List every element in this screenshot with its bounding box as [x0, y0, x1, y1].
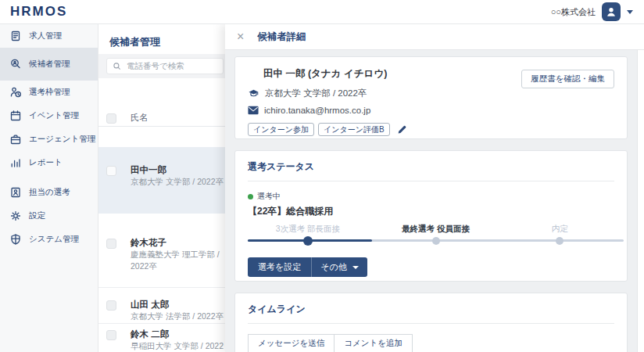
candidate-row[interactable]: 山田 太郎京都大学 法学部 / 2022卒 [98, 288, 225, 324]
candidate-tag: インターン参加 [248, 123, 314, 136]
candidate-tag: インターン評価B [318, 123, 390, 136]
briefcase-icon [9, 133, 22, 145]
step-label: 最終選考 役員面接 [402, 224, 470, 235]
sidebar-item-candidates[interactable]: 候補者管理 [0, 48, 98, 81]
row-text: 山田 太郎京都大学 法学部 / 2022卒 [131, 299, 225, 322]
user-avatar[interactable] [602, 2, 621, 21]
sidebar-item-settings[interactable]: 設定 [0, 204, 98, 228]
job-document-icon [9, 30, 22, 42]
selection-status-card: 選考ステータス 選考中 【22卒】総合職採用 3次選考 部長面接最終選考 役員面… [234, 150, 628, 282]
step-label: 内定 [552, 224, 568, 235]
row-checkbox[interactable] [106, 166, 116, 176]
account-caret-icon[interactable] [627, 10, 633, 14]
close-icon[interactable]: × [237, 31, 244, 43]
name-column-header: 氏名 [131, 112, 148, 124]
row-candidate-school: 慶應義塾大学 理工学部 / 2022卒 [131, 249, 225, 272]
row-text: 鈴木 二郎早稲田大学 文学部 / 2022卒 [131, 329, 225, 352]
sidebar-item-jobs[interactable]: 求人管理 [0, 24, 98, 48]
add-comment-tab[interactable]: コメントを追加 [334, 334, 413, 352]
candidate-list-panel: 候補者管理 電話番号で検索 検索 氏名 田中一郎京都大学 文学部 / 2022卒… [98, 24, 225, 352]
envelope-icon [248, 106, 259, 115]
sidebar-item-label: 担当の選考 [29, 187, 70, 198]
step-label: 3次選考 部長面接 [276, 224, 340, 235]
candidate-detail-drawer: × 候補者詳細 田中 一郎 (タナカ イチロウ) 京都大学 文学部 / 2022… [225, 24, 644, 352]
sidebar-item-reports[interactable]: レポート [0, 151, 98, 174]
calendar-icon [9, 110, 22, 122]
status-dot-icon [248, 194, 253, 199]
graduation-cap-icon [248, 88, 259, 99]
more-caret-icon [352, 266, 359, 269]
candidate-summary-card: 田中 一郎 (タナカ イチロウ) 京都大学 文学部 / 2022卒 [234, 56, 628, 139]
gear-icon [9, 210, 22, 222]
candidate-row[interactable]: 鈴木花子慶應義塾大学 理工学部 / 2022卒 [98, 214, 225, 288]
list-spacer [98, 78, 225, 110]
sidebar-item-events[interactable]: イベント管理 [0, 104, 98, 128]
row-checkbox[interactable] [106, 239, 116, 249]
more-actions-label: その他 [320, 261, 347, 273]
candidate-list-title: 候補者管理 [98, 24, 225, 54]
hrmos-app: HRMOS ○○株式会社 求人管理候補者管理選考枠管理イベント管理エージェント管… [0, 0, 644, 352]
sidebar-item-label: レポート [29, 157, 63, 168]
drawer-title: 候補者詳細 [257, 31, 306, 44]
row-candidate-name: 鈴木 二郎 [131, 329, 225, 340]
bar-chart-icon [9, 156, 22, 169]
sidebar-item-label: エージェント管理 [29, 134, 95, 145]
sidebar-item-label: イベント管理 [29, 110, 79, 121]
person-clock-icon [9, 86, 22, 99]
status-badge-label: 選考中 [257, 191, 281, 202]
sidebar-item-my-selections[interactable]: 担当の選考 [0, 181, 98, 204]
timeline-tabs: メッセージを送信コメントを追加 [248, 334, 413, 352]
sidebar-item-label: システム管理 [29, 234, 79, 245]
more-actions-button[interactable]: その他 [311, 257, 367, 277]
topbar: HRMOS ○○株式会社 [0, 0, 644, 24]
tag-list: インターン参加インターン評価B [248, 123, 614, 136]
row-checkbox[interactable] [106, 300, 116, 311]
email-row: ichiro.tanaka@hrmos.co.jp [248, 106, 614, 115]
list-header-row: 氏名 [98, 110, 225, 127]
edit-tags-pencil-icon[interactable] [397, 124, 407, 135]
candidate-row[interactable]: 田中一郎京都大学 文学部 / 2022卒 [98, 147, 225, 214]
timeline-card: タイムライン メッセージを送信コメントを追加 [234, 293, 628, 352]
status-badge: 選考中 [248, 191, 614, 202]
document-person-icon [9, 186, 22, 199]
selection-actions: 選考を設定 その他 [248, 257, 367, 277]
timeline-title: タイムライン [248, 303, 614, 324]
phone-search-input[interactable]: 電話番号で検索 [106, 58, 224, 74]
row-text: 鈴木花子慶應義塾大学 理工学部 / 2022卒 [131, 237, 225, 272]
step-dot [303, 236, 313, 246]
person-icon [604, 5, 618, 19]
set-selection-button[interactable]: 選考を設定 [248, 257, 311, 277]
drawer-body: 田中 一郎 (タナカ イチロウ) 京都大学 文学部 / 2022卒 [225, 50, 644, 352]
sidebar-item-selection-slots[interactable]: 選考枠管理 [0, 81, 98, 104]
company-name: ○○株式会社 [551, 6, 596, 18]
sidebar-item-label: 選考枠管理 [29, 87, 70, 98]
selection-stepper: 3次選考 部長面接最終選考 役員面接内定 [248, 224, 624, 246]
search-placeholder: 電話番号で検索 [127, 61, 184, 72]
drawer-scrollbar[interactable] [637, 50, 644, 352]
main-area: 求人管理候補者管理選考枠管理イベント管理エージェント管理レポート担当の選考設定シ… [0, 24, 644, 352]
hrmos-logo: HRMOS [10, 4, 67, 20]
resume-check-edit-button[interactable]: 履歴書を確認・編集 [521, 70, 614, 88]
candidate-row[interactable]: 鈴木 二郎早稲田大学 文学部 / 2022卒 [98, 324, 225, 352]
row-candidate-school: 京都大学 文学部 / 2022卒 [131, 176, 225, 188]
selection-status-title: 選考ステータス [248, 160, 614, 181]
education-row: 京都大学 文学部 / 2022卒 [248, 88, 614, 99]
row-candidate-school: 早稲田大学 文学部 / 2022卒 [131, 340, 225, 352]
shield-icon [9, 233, 22, 246]
sidebar: 求人管理候補者管理選考枠管理イベント管理エージェント管理レポート担当の選考設定シ… [0, 24, 98, 352]
sidebar-item-system[interactable]: システム管理 [0, 228, 98, 251]
select-all-checkbox[interactable] [106, 113, 116, 124]
sidebar-item-label: 候補者管理 [29, 59, 70, 70]
step-dot [432, 237, 440, 245]
row-checkbox[interactable] [106, 330, 116, 340]
search-icon [113, 62, 122, 71]
topbar-account[interactable]: ○○株式会社 [551, 2, 644, 21]
row-candidate-name: 鈴木花子 [131, 237, 225, 249]
candidate-education: 京都大学 文学部 / 2022卒 [265, 88, 367, 99]
candidate-search-icon [9, 58, 22, 70]
sidebar-item-agents[interactable]: エージェント管理 [0, 128, 98, 151]
send-message-tab[interactable]: メッセージを送信 [248, 334, 335, 352]
job-title: 【22卒】総合職採用 [248, 205, 614, 218]
sidebar-item-label: 求人管理 [29, 31, 62, 41]
row-text: 田中一郎京都大学 文学部 / 2022卒 [131, 164, 225, 188]
